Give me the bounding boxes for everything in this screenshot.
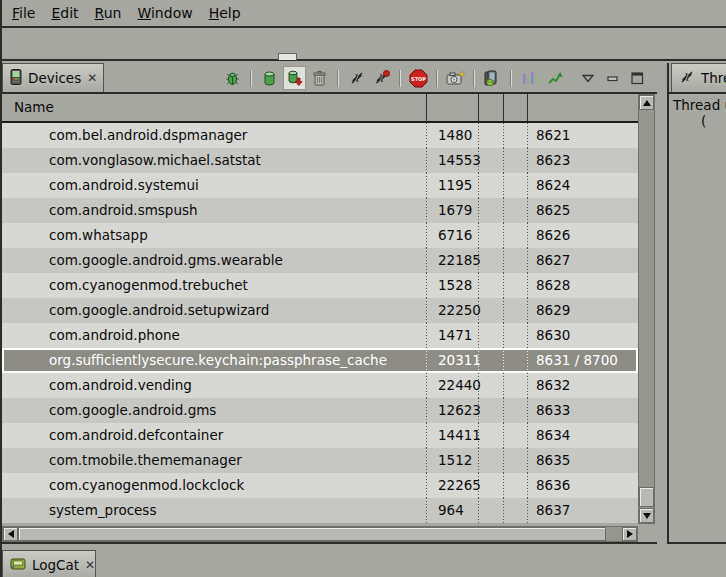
table-row[interactable]: com.google.android.gms.wearable221858627 [2,248,638,273]
column-separator [426,173,427,198]
scroll-up-button[interactable] [639,95,654,110]
menu-item-window[interactable]: Window [137,5,192,21]
view-menu-icon[interactable] [577,67,598,89]
process-pid: 20311 [438,348,481,373]
scroll-down-button[interactable] [639,508,654,523]
update-heap-icon[interactable] [259,67,280,89]
table-row[interactable]: com.android.smspush16798625 [2,198,638,223]
table-row[interactable]: com.cyanogenmod.lockclock222658636 [2,473,638,498]
header-column-line[interactable] [503,94,504,121]
tab-devices[interactable]: Devices ✕ [2,63,104,92]
process-name: com.android.smspush [49,198,198,223]
process-name: com.tmobile.thememanager [49,448,242,473]
process-pid: 22265 [438,473,481,498]
dump-hprof-icon[interactable] [284,67,305,89]
debug-process-icon[interactable] [222,67,243,89]
cause-gc-icon[interactable] [309,67,330,89]
vertical-scroll-thumb[interactable] [639,487,654,507]
table-row[interactable]: com.cyanogenmod.trebuchet15288628 [2,273,638,298]
tab-threads[interactable]: Threads [671,63,726,92]
column-separator [426,473,427,498]
column-separator [527,323,528,348]
threads-message-line1: Thread up [673,97,726,113]
process-port: 8621 [536,123,570,148]
tab-devices-close-icon[interactable]: ✕ [87,72,97,84]
table-row[interactable]: system_process9648637 [2,498,638,523]
table-row[interactable]: com.whatsapp67168626 [2,223,638,248]
table-row[interactable]: com.android.vending224408632 [2,373,638,398]
column-header-name[interactable]: Name [14,99,54,115]
table-row-selected[interactable]: org.sufficientlysecure.keychain:passphra… [2,348,638,373]
panel-bottom-border [0,542,657,544]
process-name: com.google.android.setupwizard [49,298,269,323]
header-column-line[interactable] [478,94,479,121]
start-method-profiling-icon[interactable] [371,67,392,89]
header-column-line[interactable] [426,94,427,121]
table-row[interactable]: com.android.phone14718630 [2,323,638,348]
table-row[interactable]: com.vonglasow.michael.satstat145538623 [2,148,638,173]
process-pid: 1512 [438,448,472,473]
scroll-left-button[interactable] [3,527,18,541]
toolbar-separator [436,70,438,87]
ddms-window: FileEditRunWindowHelp Devices ✕ [0,0,726,577]
header-column-line[interactable] [527,94,528,121]
column-separator [503,473,504,498]
window-left-border [0,0,2,577]
column-separator [503,448,504,473]
column-separator [503,148,504,173]
minimize-icon[interactable] [602,67,623,89]
toolbar-separator [250,70,252,87]
horizontal-scroll-thumb[interactable] [18,527,606,541]
table-row[interactable]: com.android.systemui11958624 [2,173,638,198]
column-separator [527,498,528,523]
table-header: Name [2,94,638,123]
table-row[interactable]: com.tmobile.thememanager15128635 [2,448,638,473]
column-separator [503,223,504,248]
column-separator [426,123,427,148]
process-name: com.vonglasow.michael.satstat [49,148,261,173]
devices-panel: Devices ✕ [0,63,657,544]
device-table-body: com.bel.android.dspmanager14808621com.vo… [2,123,638,523]
tab-devices-label: Devices [28,70,81,86]
column-separator [527,173,528,198]
column-separator [478,448,479,473]
update-threads-icon[interactable] [346,67,367,89]
start-opengl-trace-icon[interactable] [544,67,565,89]
table-row[interactable]: com.google.android.gms126238633 [2,398,638,423]
toolbar-separator [473,70,475,87]
column-separator [478,323,479,348]
process-name: com.android.defcontainer [49,423,223,448]
menu-item-file[interactable]: File [12,5,35,21]
menu-item-run[interactable]: Run [95,5,122,21]
process-pid: 14553 [438,148,481,173]
process-name: com.cyanogenmod.trebuchet [49,273,248,298]
menu-item-edit[interactable]: Edit [51,5,78,21]
capture-system-trace-icon[interactable] [519,67,540,89]
table-row[interactable]: com.bel.android.dspmanager14808621 [2,123,638,148]
scroll-right-button[interactable] [622,527,637,541]
column-separator [527,473,528,498]
process-name: com.cyanogenmod.lockclock [49,473,244,498]
column-separator [503,123,504,148]
column-separator [527,223,528,248]
tab-logcat-close-icon[interactable]: ✕ [85,559,95,571]
stop-process-icon[interactable]: STOP [408,67,429,89]
horizontal-scrollbar[interactable] [2,526,638,542]
tab-logcat[interactable]: LogCat ✕ [2,550,96,577]
table-row[interactable]: com.google.android.setupwizard222508629 [2,298,638,323]
column-separator [527,248,528,273]
process-port: 8635 [536,448,570,473]
column-separator [503,423,504,448]
maximize-icon[interactable] [627,67,648,89]
process-name: com.bel.android.dspmanager [49,123,247,148]
multi-device-capture-icon[interactable] [482,67,503,89]
column-separator [527,423,528,448]
table-row[interactable]: com.android.defcontainer144118634 [2,423,638,448]
screen-capture-icon[interactable] [445,67,466,89]
process-name: com.android.systemui [49,173,199,198]
column-separator [426,398,427,423]
column-separator [478,498,479,523]
column-separator [426,148,427,173]
vertical-scrollbar[interactable] [638,94,655,524]
menu-item-help[interactable]: Help [209,5,241,21]
